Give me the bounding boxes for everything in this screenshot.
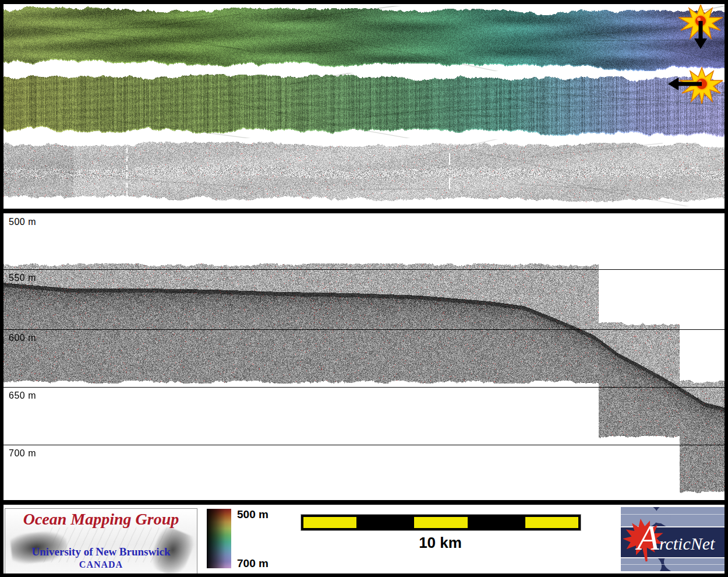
omg-subtitle: University of New Brunswick [5,546,197,558]
depth-gridline-650 [3,387,725,388]
depth-label-600: 600 m [9,333,36,343]
scalebar-segment [359,515,412,530]
scalebar-segment [414,517,467,528]
colorbar-bottom-label: 700 m [237,557,284,570]
arcticnet-title: ArcticNet [637,520,715,561]
depth-gridline-700 [3,445,725,445]
scale-bar [301,514,581,531]
ocean-mapping-group-logo: Ocean Mapping Group University of New Br… [5,508,197,574]
depth-label-650: 650 m [9,390,36,401]
scalebar-segment [303,517,356,528]
omg-title: Ocean Mapping Group [5,510,197,529]
depth-colorbar [207,509,231,568]
echogram-tile-right [680,380,725,494]
scalebar-segment [525,517,578,528]
swath-panel [3,4,725,209]
scalebar-segment [470,515,523,530]
echogram-tile-left [3,263,599,384]
echogram-tile-middle [599,322,680,439]
depth-label-550: 550 m [9,273,36,283]
bathymetry-swath-top [3,6,725,71]
latitude-line [621,514,725,515]
sidescan-strip [3,139,725,206]
arcticnet-logo: ArcticNet [621,507,725,571]
omg-country: CANADA [5,560,197,570]
depth-label-500: 500 m [9,217,36,227]
scalebar-label: 10 km [301,534,580,552]
footer-panel: Ocean Mapping Group University of New Br… [3,505,725,574]
depth-label-700: 700 m [9,448,36,459]
colorbar-top-label: 500 m [237,508,284,521]
colorbar-hillshade-overlay [207,509,231,568]
subbottom-profile-panel: 500 m 550 m 600 m 650 m 700 m [3,213,725,500]
depth-gridline-600 [3,329,725,330]
bathymetry-swath-bottom [3,73,725,138]
depth-gridline-550 [3,269,725,270]
sun-left-arrow-icon [666,66,723,104]
sonar-survey-figure: 500 m 550 m 600 m 650 m 700 m Ocean Mapp… [0,0,728,577]
sun-down-arrow-icon [678,5,723,54]
